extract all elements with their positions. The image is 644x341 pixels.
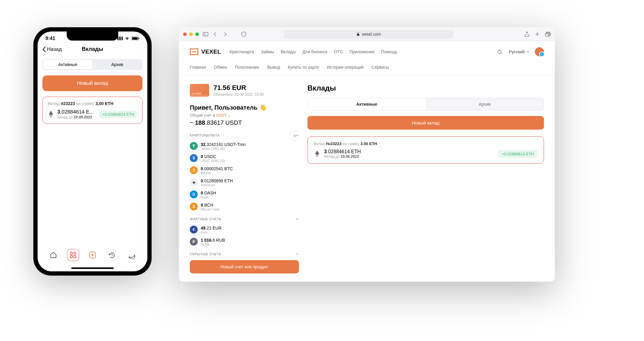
subnav-history[interactable]: История операций xyxy=(327,65,364,70)
language-selector[interactable]: Русский xyxy=(509,49,529,54)
notch xyxy=(67,31,118,41)
wifi-icon xyxy=(125,37,130,40)
deposit-card-header: Вклад №23223 на сумму 3.00 ETH xyxy=(314,141,538,146)
deposit-tab-archive[interactable]: Архив xyxy=(426,98,544,110)
asset-name: Bitcoin xyxy=(201,171,233,175)
deposit-until: Вклад до 10.08.2023 xyxy=(324,154,361,159)
section-hidden[interactable]: СКРЫТЫЕ СЧЕТА xyxy=(190,252,299,256)
total-balance: ~ 188.83617 USDT xyxy=(190,119,299,126)
tab-apps[interactable] xyxy=(67,249,79,261)
asset-row[interactable]: ◆0.01280699 ETHEthereum xyxy=(190,177,299,189)
asset-name: Tether (TRC-20) xyxy=(201,147,246,151)
asset-row[interactable]: $0 USDCUSDC (ERC-20) xyxy=(190,152,299,164)
greeting: Привет, Пользователь 👋 xyxy=(190,104,299,111)
deposit-tab-active[interactable]: Активные xyxy=(308,98,426,110)
asset-icon: ₮ xyxy=(190,142,198,150)
svg-rect-2 xyxy=(139,38,139,39)
asset-amount: 0 BCH xyxy=(201,203,220,207)
balance-updated: Обновлено: 10.08.2022, 15:59 xyxy=(213,92,264,97)
svg-rect-5 xyxy=(70,256,72,258)
nav-forward-icon[interactable] xyxy=(222,31,228,37)
asset-icon: $ xyxy=(190,154,198,162)
card-balance: 71.56 EUR xyxy=(213,84,264,92)
subnav-buy[interactable]: Купить по карте xyxy=(288,65,319,70)
deposit-amount: 3,02884614 E... xyxy=(57,109,94,115)
total-label[interactable]: Общий счет в USDT ⌄ xyxy=(190,113,299,118)
profit-badge: +0,02884614 ETH xyxy=(99,111,137,118)
new-account-button[interactable]: Новый счет или продукт xyxy=(190,260,299,273)
back-button[interactable]: Назад xyxy=(42,46,62,52)
theme-toggle-icon[interactable] xyxy=(497,49,503,55)
reload-icon[interactable] xyxy=(546,31,552,37)
nav-help[interactable]: Помощь xyxy=(381,49,397,54)
card-thumbnail[interactable]: •••• 5696 xyxy=(190,84,209,97)
window-toolbar: vexel.com xyxy=(179,27,555,41)
tab-history[interactable] xyxy=(106,249,118,261)
avatar[interactable] xyxy=(535,47,544,56)
lock-icon xyxy=(356,32,360,36)
section-crypto[interactable]: КРИПТОВАЛЮТА xyxy=(190,134,299,137)
sidebar-toggle-icon[interactable] xyxy=(203,31,209,37)
asset-name: Bitcoin Cash xyxy=(201,207,220,211)
back-label: Назад xyxy=(47,46,62,52)
page-title: Вклады xyxy=(82,46,103,52)
nav-cryptocard[interactable]: Криптокарта xyxy=(230,49,254,54)
section-fiat[interactable]: ФИАТНЫЕ СЧЕТА xyxy=(190,217,299,221)
new-deposit-button[interactable]: Новый вклад xyxy=(307,116,544,130)
tabs: Активные Архив xyxy=(42,59,143,70)
new-tab-icon[interactable] xyxy=(534,31,540,37)
main-panel: Вклады Активные Архив Новый вклад Вклад … xyxy=(307,84,544,273)
share-icon[interactable] xyxy=(524,31,530,37)
svg-rect-8 xyxy=(203,32,208,36)
tab-chat[interactable] xyxy=(126,249,138,261)
traffic-lights xyxy=(183,32,199,36)
battery-icon xyxy=(132,37,139,40)
signal-icon xyxy=(117,37,123,40)
subnav-withdraw[interactable]: Вывод xyxy=(267,65,280,70)
logo-icon xyxy=(190,48,198,55)
asset-row[interactable]: ₿0.00002541 BTCBitcoin xyxy=(190,164,299,177)
nav-otc[interactable]: OTC xyxy=(334,49,343,54)
asset-icon: ₽ xyxy=(190,238,198,246)
asset-row[interactable]: D0 DASHDash xyxy=(190,189,299,201)
nav-apps[interactable]: Приложения xyxy=(350,49,374,54)
tab-add[interactable] xyxy=(86,249,99,261)
shield-icon[interactable] xyxy=(241,31,247,37)
deposit-card[interactable]: Вклад №23223 на сумму 3.00 ETH 3.0288461… xyxy=(307,136,544,164)
status-time: 9:41 xyxy=(45,36,55,41)
nav-deposits[interactable]: Вклады xyxy=(281,49,296,54)
site-header: VEXEL Криптокарта Займы Вклады Для бизне… xyxy=(179,41,555,62)
deposit-card[interactable]: Вклад #23223 на сумму 3,00 ETH 3,0288461… xyxy=(42,97,143,124)
home-indicator[interactable] xyxy=(71,267,114,269)
asset-icon: D xyxy=(190,190,198,198)
collapse-sidebar-button[interactable] xyxy=(290,131,300,141)
tab-archive[interactable]: Архив xyxy=(92,60,142,69)
svg-rect-1 xyxy=(132,37,138,40)
nav-back-icon[interactable] xyxy=(212,31,218,37)
new-deposit-button[interactable]: Новый вклад xyxy=(42,75,143,91)
tab-active[interactable]: Активные xyxy=(43,60,92,69)
nav-business[interactable]: Для бизнеса xyxy=(303,49,327,54)
minimize-window-button[interactable] xyxy=(189,32,193,36)
secondary-nav: Главная Обмен Пополнение Вывод Купить по… xyxy=(179,62,555,75)
ethereum-icon xyxy=(314,151,320,157)
asset-row[interactable]: €49.21 EUREuro xyxy=(190,224,299,236)
asset-row[interactable]: ₮32.3242141 USDT-TronTether (TRC-20) xyxy=(190,140,299,152)
subnav-exchange[interactable]: Обмен xyxy=(214,65,227,70)
maximize-window-button[interactable] xyxy=(195,32,199,36)
url-bar[interactable]: vexel.com xyxy=(284,30,454,39)
subnav-home[interactable]: Главная xyxy=(190,65,206,70)
subnav-topup[interactable]: Пополнение xyxy=(235,65,259,70)
tab-home[interactable] xyxy=(47,249,59,261)
url-host: vexel.com xyxy=(362,32,381,37)
asset-amount: 32.3242141 USDT-Tron xyxy=(201,142,246,147)
asset-amount: 0 USDC xyxy=(201,154,225,159)
close-window-button[interactable] xyxy=(183,32,187,36)
nav-loans[interactable]: Займы xyxy=(261,49,274,54)
subnav-services[interactable]: Сервисы xyxy=(371,65,389,70)
asset-row[interactable]: ₿0 BCHBitcoin Cash xyxy=(190,201,299,213)
logo[interactable]: VEXEL xyxy=(190,48,221,55)
svg-rect-9 xyxy=(357,34,359,36)
asset-row[interactable]: ₽1 016.6 RUBRuble xyxy=(190,236,299,248)
asset-icon: ₿ xyxy=(190,203,198,210)
